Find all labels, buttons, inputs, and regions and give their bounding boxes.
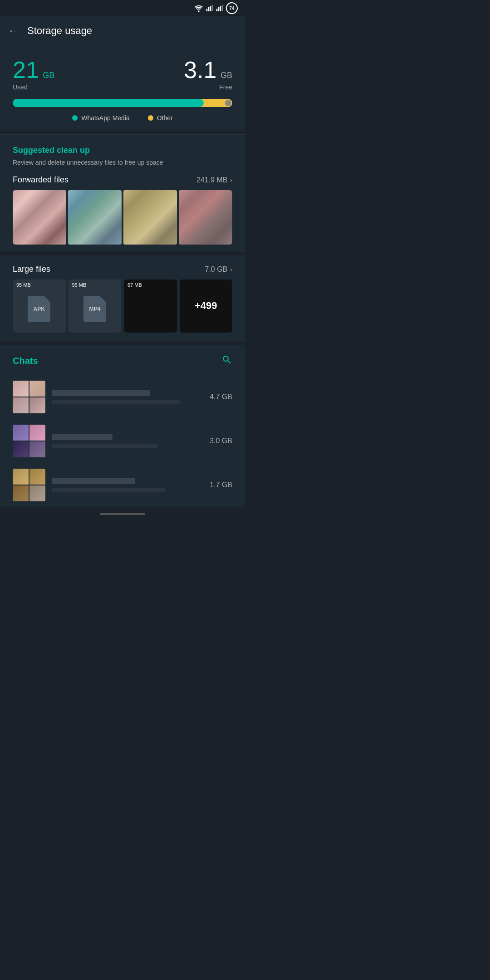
avatar-cell <box>13 397 29 413</box>
svg-point-0 <box>198 10 199 12</box>
large-files-title: Large files <box>13 265 50 274</box>
chat-name-bar-2 <box>52 434 113 440</box>
svg-rect-8 <box>222 5 223 11</box>
avatar-cell <box>29 469 45 485</box>
avatar-cell <box>13 469 29 485</box>
avatar-cell <box>29 441 45 457</box>
storage-progress-bar <box>13 99 232 107</box>
battery-indicator: 74 <box>226 2 238 14</box>
chat-size-2: 3.0 GB <box>210 437 232 445</box>
signal2-icon <box>216 5 223 12</box>
used-progress-fill <box>13 99 204 107</box>
free-unit: GB <box>220 71 232 80</box>
chat-size-3: 1.7 GB <box>210 481 232 489</box>
forwarded-files-thumbnails[interactable] <box>13 190 232 245</box>
thumbnail-1[interactable] <box>13 190 66 245</box>
chat-desc-bar-1 <box>52 400 181 404</box>
search-icon <box>221 354 232 365</box>
forwarded-files-header[interactable]: Forwarded files 241.9 MB › <box>13 175 232 185</box>
chat-size-1: 4.7 GB <box>210 393 232 401</box>
avatar-cell <box>29 381 45 397</box>
legend-other: Other <box>148 114 173 122</box>
chat-avatar-1 <box>13 381 45 413</box>
forwarded-files-title: Forwarded files <box>13 175 69 185</box>
avatar-cell <box>13 485 29 501</box>
storage-legend: WhatsApp Media Other <box>13 114 232 122</box>
large-files-size-value: 7.0 GB <box>205 265 228 274</box>
chat-item-1[interactable]: 4.7 GB <box>13 375 232 419</box>
svg-rect-4 <box>212 5 213 11</box>
chat-desc-bar-3 <box>52 488 166 492</box>
wifi-icon <box>194 5 203 12</box>
large-files-chevron-icon: › <box>230 266 232 273</box>
used-unit: GB <box>43 71 54 80</box>
svg-rect-2 <box>208 7 210 11</box>
mp4-icon-shape: MP4 <box>83 296 106 322</box>
large-files-header[interactable]: Large files 7.0 GB › <box>13 265 232 274</box>
avatar-cell <box>29 397 45 413</box>
free-label: Free <box>219 83 232 91</box>
chats-search-button[interactable] <box>221 354 232 368</box>
apk-file-icon: APK <box>28 296 50 322</box>
suggested-cleanup-title: Suggested clean up <box>13 146 232 155</box>
used-amount: 21 GB <box>13 58 54 82</box>
other-label: Other <box>157 114 173 122</box>
used-storage: 21 GB Used <box>13 58 54 91</box>
free-number: 3.1 <box>184 57 216 83</box>
file-tile-more[interactable]: +499 <box>180 279 233 333</box>
svg-rect-3 <box>210 6 211 11</box>
thumbnail-3[interactable] <box>123 190 177 245</box>
thumbnail-4[interactable] <box>179 190 232 245</box>
avatar-cell <box>13 381 29 397</box>
suggested-cleanup-subtitle: Review and delete unnecessary files to f… <box>13 159 232 166</box>
forwarded-chevron-icon: › <box>230 176 232 184</box>
chats-section: Chats 4.7 GB 3. <box>0 345 245 507</box>
legend-whatsapp-media: WhatsApp Media <box>72 114 130 122</box>
page-title: Storage usage <box>27 25 92 37</box>
file-tile-apk[interactable]: 95 MB APK <box>13 279 66 333</box>
forwarded-files-size: 241.9 MB › <box>196 176 232 184</box>
file-tile-mp4[interactable]: 95 MB MP4 <box>69 279 122 333</box>
other-dot <box>148 115 153 121</box>
free-amount: 3.1 GB <box>184 58 232 82</box>
used-label: Used <box>13 83 28 91</box>
thumbnail-2[interactable] <box>68 190 122 245</box>
apk-icon-shape: APK <box>28 296 50 322</box>
large-files-grid: 95 MB APK 95 MB MP4 67 MB +499 <box>13 279 232 333</box>
storage-summary: 21 GB Used 3.1 GB Free WhatsApp Media Ot… <box>0 45 245 131</box>
free-storage: 3.1 GB Free <box>184 58 232 91</box>
chat-desc-bar-2 <box>52 444 158 448</box>
whatsapp-media-dot <box>72 115 78 121</box>
forwarded-size-value: 241.9 MB <box>196 176 227 184</box>
file-tile-dark-1[interactable]: 67 MB <box>124 279 177 333</box>
bottom-nav <box>0 507 245 521</box>
avatar-cell <box>13 441 29 457</box>
chat-item-2[interactable]: 3.0 GB <box>13 419 232 463</box>
signal-icon <box>206 5 213 12</box>
storage-numbers: 21 GB Used 3.1 GB Free <box>13 58 232 91</box>
svg-rect-6 <box>218 7 220 11</box>
status-icons: 74 <box>194 2 238 14</box>
svg-rect-5 <box>216 9 218 11</box>
chat-info-1 <box>52 390 203 404</box>
chat-info-3 <box>52 478 203 492</box>
svg-rect-7 <box>220 6 221 11</box>
back-button[interactable]: ← <box>8 25 18 37</box>
chat-name-bar-3 <box>52 478 135 484</box>
chat-item-3[interactable]: 1.7 GB <box>13 463 232 507</box>
chat-avatar-3 <box>13 469 45 501</box>
chat-info-2 <box>52 434 203 448</box>
chats-title: Chats <box>13 356 38 366</box>
app-bar: ← Storage usage <box>0 16 245 45</box>
home-indicator <box>100 513 145 515</box>
chat-avatar-2 <box>13 425 45 457</box>
whatsapp-media-label: WhatsApp Media <box>81 114 130 122</box>
large-files-section: Large files 7.0 GB › 95 MB APK 95 MB MP4 <box>0 255 245 342</box>
progress-end-dot <box>225 100 231 106</box>
svg-rect-1 <box>206 9 208 11</box>
large-files-size: 7.0 GB › <box>205 265 232 274</box>
chat-name-bar-1 <box>52 390 150 396</box>
avatar-cell <box>29 485 45 501</box>
suggested-cleanup-section: Suggested clean up Review and delete unn… <box>0 135 245 252</box>
used-number: 21 <box>13 57 39 83</box>
